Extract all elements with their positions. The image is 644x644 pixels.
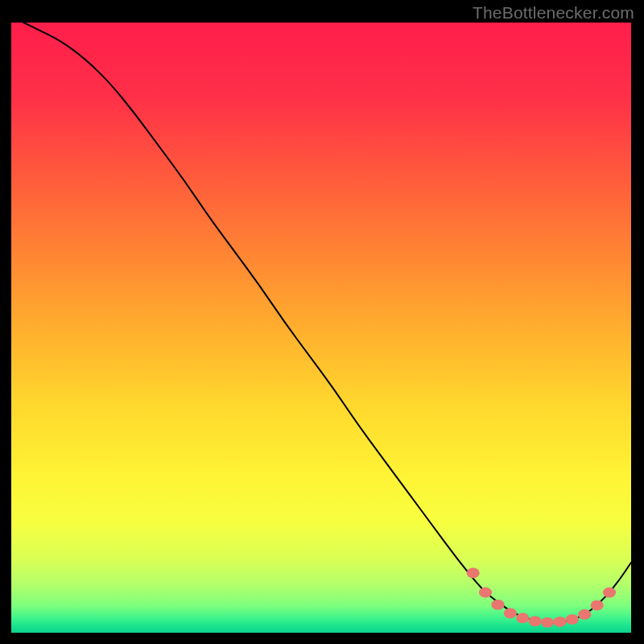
data-point — [529, 616, 542, 626]
data-point — [566, 614, 579, 625]
data-point — [516, 613, 529, 623]
plot-area — [11, 23, 631, 633]
data-point — [553, 617, 566, 627]
data-point — [467, 568, 480, 578]
data-point — [504, 608, 517, 618]
data-point — [591, 600, 604, 610]
data-point — [603, 588, 616, 598]
bottleneck-curve — [11, 23, 631, 623]
data-point — [491, 600, 504, 610]
curve-points — [467, 568, 617, 627]
curve-layer — [11, 23, 631, 633]
data-point — [578, 609, 591, 620]
data-point — [479, 588, 492, 598]
chart-frame: TheBottlenecker.com — [0, 0, 644, 644]
data-point — [541, 617, 554, 628]
attribution-label: TheBottlenecker.com — [473, 3, 634, 23]
